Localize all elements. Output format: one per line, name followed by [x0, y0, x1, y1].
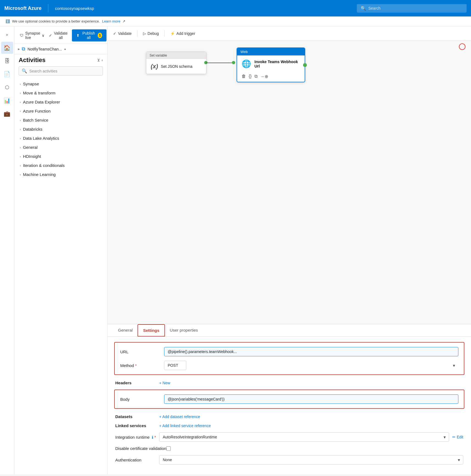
group-databricks[interactable]: › Databricks: [19, 125, 103, 134]
activities-actions: ⊻ ‹: [97, 58, 103, 62]
method-select-wrapper: POST GET PUT DELETE: [164, 361, 458, 370]
body-label: Body: [120, 397, 164, 402]
arrow-right-icon[interactable]: →⊕: [260, 74, 268, 79]
collapse-arrow-icon[interactable]: ‹: [102, 58, 103, 62]
activity-groups: › Synapse › Move & transform › Azure Dat…: [14, 79, 107, 179]
synapse-icon: 🛡: [20, 33, 24, 38]
tab-settings[interactable]: Settings: [138, 324, 165, 337]
add-trigger-button[interactable]: ⚡ Add trigger: [170, 31, 195, 36]
nav-data[interactable]: 🗄: [1, 55, 13, 67]
synapse-live-button[interactable]: 🛡 Synapse live ∨: [20, 31, 44, 40]
publish-badge: 1: [98, 33, 102, 38]
body-field-group: Body: [114, 390, 464, 409]
synapse-live-label: Synapse live: [25, 31, 40, 40]
group-move-transform[interactable]: › Move & transform: [19, 88, 103, 97]
unsaved-indicator: ●: [64, 47, 66, 51]
pipeline-tab-label[interactable]: NotifiyTeamsChan...: [27, 47, 62, 51]
add-dataset-button[interactable]: + Add dataset reference: [159, 415, 200, 419]
group-label: Data Lake Analytics: [23, 136, 59, 141]
authentication-select[interactable]: None MSI Service Principal: [159, 455, 463, 464]
group-azure-data-explorer[interactable]: › Azure Data Explorer: [19, 97, 103, 107]
group-batch-service[interactable]: › Batch Service: [19, 116, 103, 125]
icon-nav: » 🏠 🗄 📄 ⬡ 📊 💼: [0, 26, 14, 474]
group-label: Databricks: [23, 127, 43, 131]
nav-manage[interactable]: 💼: [1, 108, 13, 120]
group-label: Machine Learning: [23, 172, 56, 177]
url-input[interactable]: [164, 347, 458, 356]
set-variable-node[interactable]: Set variable (x) Set JSON schema: [146, 52, 206, 74]
url-method-group: URL Method POST GET PUT DELETE: [114, 342, 464, 375]
search-bar[interactable]: 🔍: [357, 4, 467, 13]
chevron-right-icon: ›: [20, 164, 21, 167]
add-linked-service-button[interactable]: + Add linked service reference: [159, 424, 211, 428]
nav-integrate[interactable]: 📄: [1, 68, 13, 80]
chevron-right-icon: ›: [20, 119, 21, 122]
nav-home[interactable]: 🏠: [1, 42, 13, 54]
variable-icon: (x): [151, 63, 158, 70]
set-variable-body: (x) Set JSON schema: [146, 59, 206, 74]
datasets-label: Datasets: [115, 414, 159, 419]
url-field-row: URL: [120, 347, 458, 356]
group-label: Move & transform: [23, 91, 55, 95]
search-icon: 🔍: [361, 6, 366, 11]
publish-all-button[interactable]: ⬆ Publish all 1: [72, 29, 106, 41]
method-field-row: Method POST GET PUT DELETE: [120, 361, 458, 370]
group-label: General: [23, 145, 38, 150]
disable-cert-label: Disable certificate validation: [115, 446, 166, 451]
debug-icon: ▷: [143, 31, 146, 36]
nav-develop[interactable]: ⬡: [1, 81, 13, 93]
chevron-right-icon: ›: [20, 137, 21, 140]
method-select[interactable]: POST GET PUT DELETE: [164, 361, 186, 370]
headers-row: Headers + New: [114, 380, 464, 385]
validate-button[interactable]: ✓ Validate: [113, 31, 132, 36]
group-azure-function[interactable]: › Azure Function: [19, 107, 103, 116]
activities-search-box[interactable]: 🔍: [19, 66, 103, 75]
trash-icon[interactable]: 🗑: [242, 74, 246, 79]
authentication-label: Authentication: [115, 458, 159, 462]
datasets-row: Datasets + Add dataset reference: [114, 414, 464, 419]
disable-cert-checkbox[interactable]: [166, 446, 171, 451]
group-machine-learning[interactable]: › Machine Learning: [19, 170, 103, 179]
globe-icon: 🌐: [242, 59, 251, 68]
web-node-header: Web: [237, 48, 305, 55]
authentication-select-wrapper: None MSI Service Principal: [159, 455, 463, 464]
pencil-icon: ✏: [452, 435, 456, 439]
expand-icon: »: [18, 47, 19, 51]
headers-new-button[interactable]: + New: [159, 381, 170, 385]
add-trigger-label: Add trigger: [176, 31, 195, 36]
group-synapse[interactable]: › Synapse: [19, 79, 103, 88]
debug-button[interactable]: ▷ Debug: [143, 31, 159, 36]
info-icon: ℹ: [152, 435, 153, 439]
chevron-right-icon: ›: [20, 173, 21, 176]
group-label: Azure Data Explorer: [23, 100, 60, 104]
tab-user-properties[interactable]: User properties: [165, 324, 203, 336]
body-input[interactable]: [164, 394, 458, 404]
copy-icon[interactable]: ⧉: [254, 74, 257, 79]
group-general[interactable]: › General: [19, 143, 103, 152]
integration-runtime-select-wrapper: AutoResolveIntegrationRuntime: [159, 432, 449, 442]
validate-all-button[interactable]: ✓ Validate all: [49, 31, 68, 40]
group-hdinsight[interactable]: › HDInsight: [19, 152, 103, 161]
nav-expand[interactable]: »: [1, 29, 13, 41]
web-node[interactable]: Web 🌐 Invoke Teams Webhook Url 🗑 {} ⧉ →⊕: [237, 47, 305, 82]
tab-general[interactable]: General: [113, 324, 138, 336]
code-icon[interactable]: {}: [249, 74, 252, 79]
edit-link[interactable]: ✏ Edit: [452, 435, 463, 439]
top-bar: Microsoft Azure contososynapsewksp 🔍: [0, 0, 471, 16]
activities-search-input[interactable]: [29, 69, 100, 73]
nav-monitor[interactable]: 📊: [1, 94, 13, 107]
settings-body: URL Method POST GET PUT DELETE: [108, 337, 471, 474]
publish-all-label: Publish all: [82, 31, 96, 40]
pipeline-area: ✓ Validate ▷ Debug ⚡ Add trigger Set var…: [108, 26, 471, 474]
chevron-right-icon: ›: [20, 91, 21, 95]
integration-runtime-select[interactable]: AutoResolveIntegrationRuntime: [159, 432, 449, 442]
search-input[interactable]: [368, 6, 463, 10]
canvas-area: Set variable (x) Set JSON schema Web 🌐 I…: [108, 41, 471, 324]
learn-more-link[interactable]: Learn more: [102, 19, 120, 23]
group-iteration-conditionals[interactable]: › Iteration & conditionals: [19, 161, 103, 170]
group-label: Iteration & conditionals: [23, 163, 65, 168]
group-data-lake-analytics[interactable]: › Data Lake Analytics: [19, 134, 103, 143]
collapse-icon[interactable]: ⊻: [97, 58, 100, 62]
pipeline-icon: ⧉: [22, 46, 25, 52]
validate-label: Validate: [118, 31, 132, 36]
